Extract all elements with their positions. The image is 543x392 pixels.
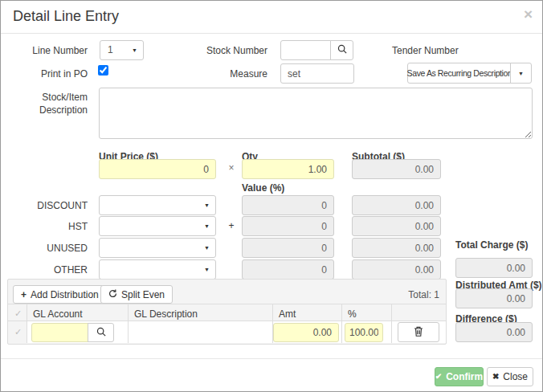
discount-label: DISCOUNT [9,200,88,211]
column-divider [391,304,392,343]
plus-icon: + [226,220,237,231]
description-label-line1: Stock/Item [9,91,88,104]
dialog-title: Detail Line Entry [13,8,119,25]
print-in-po-checkbox[interactable] [98,65,108,76]
stock-number-label: Stock Number [187,45,267,56]
detail-line-entry-dialog: Detail Line Entry × Line Number 1 ▼ Stoc… [0,0,543,392]
other-label: OTHER [9,264,88,276]
hst-label: HST [9,221,88,232]
other-select[interactable]: ▼ [99,259,216,280]
discount-amount-input [352,195,441,215]
unused-amount-input [352,238,441,258]
trash-icon [414,326,423,339]
total-charge-input [455,258,533,278]
other-amount-input [352,259,441,280]
confirm-button-label: Confirm [446,371,483,382]
description-label: Stock/Item Description [9,91,88,116]
close-button[interactable]: ✖ Close [487,367,533,386]
description-textarea[interactable] [99,88,533,139]
column-divider [27,304,27,343]
line-number-value: 1 [108,44,113,55]
search-icon [96,327,106,339]
refresh-icon [108,289,117,300]
hst-select[interactable]: ▼ [99,216,216,236]
plus-icon: + [21,289,27,300]
gl-account-input[interactable] [31,323,89,342]
split-even-button[interactable]: Split Even [100,285,173,304]
percent-column-header: % [348,308,357,320]
stock-number-search-button[interactable] [330,40,353,60]
multiply-icon: × [226,162,237,174]
subtotal-input [352,159,441,179]
line-number-label: Line Number [9,45,88,56]
search-icon [337,44,347,56]
unused-value-input [242,238,334,258]
total-charge-label: Total Charge ($) [455,239,528,251]
footer-divider [1,358,542,359]
chevron-down-icon: ▼ [132,47,137,53]
add-distribution-button[interactable]: + Add Distribution [13,285,107,304]
tender-number-label: Tender Number [392,45,459,56]
hst-value-input [242,216,334,236]
description-label-line2: Description [9,104,88,116]
gl-description-column-header: GL Description [134,308,198,320]
chevron-down-icon: ▼ [204,267,210,272]
discount-select[interactable]: ▼ [99,195,216,215]
close-button-label: Close [503,371,528,382]
close-icon[interactable]: × [524,6,533,22]
save-recurring-description-label: Save As Recurring Description [407,68,512,78]
chevron-down-icon: ▼ [204,223,210,229]
gl-account-column-header: GL Account [33,308,83,320]
distributed-amt-input [455,288,533,308]
amt-input[interactable] [273,323,339,342]
chevron-down-icon: ▼ [204,245,210,251]
distribution-panel: + Add Distribution Split Even Total: 1 ✓… [7,279,447,345]
hst-amount-input [352,216,441,236]
save-recurring-caret-button[interactable]: ▼ [510,63,532,84]
unused-select[interactable]: ▼ [99,238,216,258]
column-divider [341,304,342,343]
stock-number-input[interactable] [280,40,332,60]
chevron-down-icon: ▼ [204,202,210,208]
distribution-total-text: Total: 1 [408,289,439,300]
row-check-icon: ✓ [14,327,22,337]
gl-account-search-button[interactable] [88,323,114,342]
discount-value-input [242,195,334,215]
amt-column-header: Amt [279,308,296,320]
table-row-divider [8,321,446,321]
print-in-po-label: Print in PO [9,68,88,80]
measure-input[interactable] [280,63,354,84]
difference-input [455,322,533,342]
other-value-input [242,259,334,280]
delete-row-button[interactable] [398,322,439,342]
line-number-select[interactable]: 1 ▼ [100,40,144,60]
column-divider [128,304,129,343]
x-icon: ✖ [492,373,499,381]
measure-label: Measure [187,68,267,80]
table-header-divider [8,304,446,304]
value-percent-header: Value (%) [242,182,284,194]
check-icon: ✔ [435,373,442,381]
save-recurring-description-button[interactable]: Save As Recurring Description [407,63,512,84]
check-icon: ✓ [14,308,22,319]
chevron-down-icon: ▼ [518,71,524,76]
confirm-button[interactable]: ✔ Confirm [435,367,484,386]
unit-price-input[interactable] [99,159,216,179]
unused-label: UNUSED [9,243,88,254]
percent-input[interactable] [345,323,383,342]
split-even-label: Split Even [121,289,165,300]
add-distribution-label: Add Distribution [31,289,99,300]
qty-input[interactable] [242,159,334,179]
